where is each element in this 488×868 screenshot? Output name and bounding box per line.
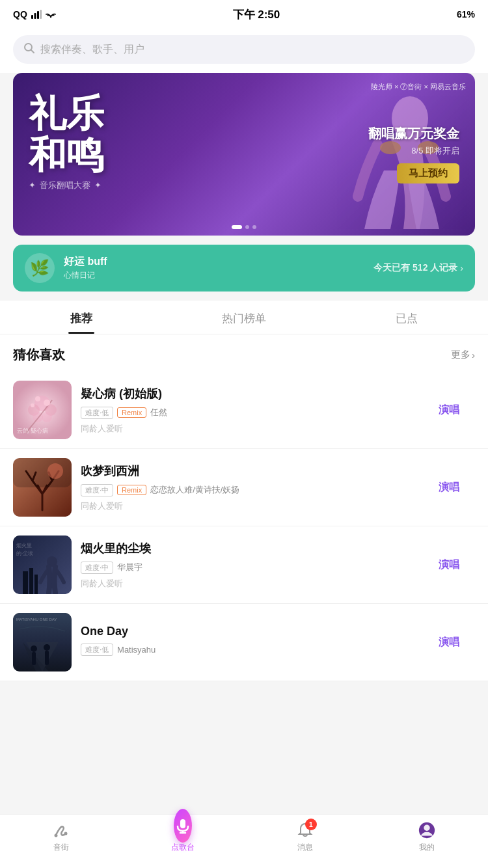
search-icon bbox=[23, 42, 35, 57]
nav-mic-icon bbox=[174, 809, 192, 843]
svg-rect-21 bbox=[13, 458, 72, 487]
song-info-3: 烟火里的尘埃 难度·中 华晨宇 同龄人爱听 bbox=[81, 541, 414, 590]
svg-rect-33 bbox=[45, 651, 49, 665]
yinjie-icon bbox=[53, 822, 70, 839]
song-name-4: One Day bbox=[81, 625, 414, 638]
song-tags-2: 难度·中 Remix 恋恋故人难/黄诗扶/妖扬 bbox=[81, 484, 414, 496]
nav-item-mine[interactable]: 我的 bbox=[366, 821, 489, 853]
banner[interactable]: 陵光师 × ⑦音街 × 网易云音乐 礼乐 和鸣 ✦ 音乐翻唱大赛 ✦ 翻唱赢万元… bbox=[13, 73, 475, 236]
song-item-2: 吹梦到西洲 难度·中 Remix 恋恋故人难/黄诗扶/妖扬 同龄人爱听 演唱 bbox=[0, 449, 488, 526]
song-desc-2: 同龄人爱听 bbox=[81, 500, 414, 512]
tag-difficulty-4: 难度·低 bbox=[81, 644, 113, 656]
nav-item-yinjie[interactable]: 音街 bbox=[0, 821, 122, 853]
tag-remix-1: Remix bbox=[117, 407, 146, 418]
svg-point-16 bbox=[44, 400, 50, 406]
banner-dots bbox=[232, 225, 256, 229]
svg-text:烟火里: 烟火里 bbox=[16, 543, 32, 549]
song-name-2: 吹梦到西洲 bbox=[81, 463, 414, 479]
bottom-nav: 音街 点歌台 1 消息 bbox=[0, 814, 488, 868]
banner-prize: 翻唱赢万元奖金 bbox=[368, 125, 459, 142]
svg-point-32 bbox=[44, 644, 50, 651]
song-name-1: 疑心病 (初始版) bbox=[81, 386, 414, 401]
svg-point-17 bbox=[35, 396, 40, 401]
song-desc-3: 同龄人爱听 bbox=[81, 578, 414, 590]
banner-subtitle: ✦ 音乐翻唱大赛 ✦ bbox=[29, 180, 104, 191]
section-title: 猜你喜欢 bbox=[13, 346, 65, 364]
song-tags-4: 难度·低 Matisyahu bbox=[81, 644, 414, 656]
mic-icon bbox=[174, 817, 191, 834]
nav-icon-message: 1 bbox=[296, 821, 314, 839]
banner-date: 8/5 即将开启 bbox=[368, 145, 459, 157]
nav-label-mine: 我的 bbox=[419, 842, 435, 853]
nav-item-message[interactable]: 1 消息 bbox=[244, 821, 366, 853]
nav-item-diangetai[interactable]: 点歌台 bbox=[122, 821, 245, 853]
nav-icon-mine bbox=[418, 821, 436, 839]
song-item-1: 云鸽 疑心病 疑心病 (初始版) 难度·低 Remix 任然 同龄人爱听 演唱 bbox=[0, 372, 488, 449]
svg-line-6 bbox=[31, 49, 34, 53]
nav-label-yinjie: 音街 bbox=[53, 842, 69, 853]
song-info-4: One Day 难度·低 Matisyahu bbox=[81, 625, 414, 660]
tab-recommend[interactable]: 推荐 bbox=[0, 301, 163, 334]
sing-button-3[interactable]: 演唱 bbox=[423, 552, 475, 578]
svg-rect-3 bbox=[40, 10, 42, 19]
song-tags-3: 难度·中 华晨宇 bbox=[81, 562, 414, 574]
tab-liked[interactable]: 已点 bbox=[325, 301, 488, 334]
svg-point-35 bbox=[54, 834, 57, 837]
tag-difficulty-3: 难度·中 bbox=[81, 562, 113, 574]
song-info-2: 吹梦到西洲 难度·中 Remix 恋恋故人难/黄诗扶/妖扬 同龄人爱听 bbox=[81, 463, 414, 512]
cover-art-4: MATISYAHU ONE DAY bbox=[13, 613, 72, 671]
banner-right-info: 翻唱赢万元奖金 8/5 即将开启 马上预约 bbox=[368, 125, 459, 183]
section-header: 猜你喜欢 更多 › bbox=[0, 334, 488, 372]
tab-hot[interactable]: 热门榜单 bbox=[163, 301, 325, 334]
tabs-bar: 推荐 热门榜单 已点 bbox=[0, 301, 488, 334]
mood-subtitle: 心情日记 bbox=[64, 270, 364, 281]
mood-text-area: 好运 buff 心情日记 bbox=[64, 255, 364, 281]
song-artist-3: 华晨宇 bbox=[117, 562, 142, 573]
song-cover-4: MATISYAHU ONE DAY bbox=[13, 613, 72, 671]
mood-icon: 🌿 bbox=[25, 253, 55, 283]
search-bar[interactable]: 搜索伴奏、歌手、用户 bbox=[13, 35, 475, 64]
search-placeholder-text: 搜索伴奏、歌手、用户 bbox=[40, 43, 144, 57]
banner-title-area: 礼乐 和鸣 ✦ 音乐翻唱大赛 ✦ bbox=[29, 92, 104, 191]
search-bar-container: 搜索伴奏、歌手、用户 bbox=[0, 29, 488, 73]
tag-difficulty-2: 难度·中 bbox=[81, 484, 113, 496]
song-item-3: 烟火里 的·尘埃 烟火里的尘埃 难度·中 华晨宇 同龄人爱听 演唱 bbox=[0, 526, 488, 604]
profile-icon bbox=[418, 821, 436, 840]
song-desc-1: 同龄人爱听 bbox=[81, 423, 414, 435]
cover-text-1: 云鸽 疑心病 bbox=[17, 427, 48, 435]
wifi-icon bbox=[46, 10, 56, 19]
svg-rect-31 bbox=[32, 652, 36, 665]
svg-text:MATISYAHU ONE DAY: MATISYAHU ONE DAY bbox=[16, 617, 57, 621]
banner-cta-button[interactable]: 马上预约 bbox=[397, 163, 459, 183]
signal-icon bbox=[31, 10, 42, 19]
more-button[interactable]: 更多 › bbox=[451, 349, 475, 361]
svg-point-15 bbox=[42, 412, 52, 422]
sing-button-2[interactable]: 演唱 bbox=[423, 474, 475, 500]
tag-difficulty-1: 难度·低 bbox=[81, 407, 113, 419]
svg-rect-37 bbox=[180, 819, 185, 828]
tag-remix-2: Remix bbox=[117, 485, 146, 495]
mood-title: 好运 buff bbox=[64, 255, 364, 269]
svg-rect-0 bbox=[31, 15, 33, 19]
song-info-1: 疑心病 (初始版) 难度·低 Remix 任然 同龄人爱听 bbox=[81, 386, 414, 435]
status-bar: QQ 下午 2:50 61% bbox=[0, 0, 488, 29]
status-left: QQ bbox=[13, 9, 56, 20]
svg-rect-24 bbox=[29, 568, 33, 594]
song-cover-2 bbox=[13, 458, 72, 517]
cover-art-2 bbox=[13, 458, 72, 517]
banner-title: 礼乐 和鸣 bbox=[29, 92, 104, 176]
banner-dot-3 bbox=[252, 225, 256, 229]
nav-icon-diangetai bbox=[174, 821, 192, 839]
song-cover-3: 烟火里 的·尘埃 bbox=[13, 536, 72, 594]
song-tags-1: 难度·低 Remix 任然 bbox=[81, 407, 414, 419]
svg-text:的·尘埃: 的·尘埃 bbox=[16, 550, 33, 556]
sing-button-1[interactable]: 演唱 bbox=[423, 397, 475, 423]
song-list: 云鸽 疑心病 疑心病 (初始版) 难度·低 Remix 任然 同龄人爱听 演唱 bbox=[0, 372, 488, 681]
mood-card[interactable]: 🌿 好运 buff 心情日记 今天已有 512 人记录 › bbox=[13, 245, 475, 292]
app-name: QQ bbox=[13, 9, 27, 20]
banner-dot-2 bbox=[245, 225, 249, 229]
status-battery: 61% bbox=[457, 9, 475, 20]
svg-point-18 bbox=[31, 403, 34, 407]
sing-button-4[interactable]: 演唱 bbox=[423, 629, 475, 655]
message-badge: 1 bbox=[305, 819, 317, 830]
